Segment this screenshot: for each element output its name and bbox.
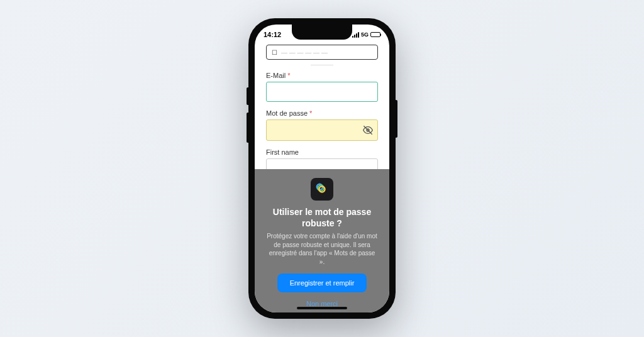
sso-icon: ☐ [272, 49, 277, 56]
sheet-description: Protégez votre compte à l'aide d'un mot … [266, 232, 378, 266]
key-icon [315, 182, 329, 196]
email-field[interactable] [266, 82, 378, 102]
password-field[interactable] [266, 119, 378, 141]
battery-icon [370, 32, 380, 37]
password-prompt-sheet: Utiliser le mot de passe robuste ? Proté… [255, 169, 389, 312]
signal-icon [352, 32, 359, 38]
firstname-label: First name [266, 148, 378, 156]
form-content: ☐ — — — — — — E-Mail * Mot de passe * [255, 42, 389, 186]
phone-frame: 14:12 5G ☐ — — — — — — E-Mail * Mot de p… [248, 18, 396, 319]
home-indicator[interactable] [297, 307, 347, 309]
side-button [396, 100, 397, 138]
save-and-fill-button[interactable]: Enregistrer et remplir [277, 273, 367, 292]
screen: 14:12 5G ☐ — — — — — — E-Mail * Mot de p… [255, 25, 389, 312]
required-mark: * [309, 109, 312, 117]
status-time: 14:12 [264, 31, 281, 38]
divider [311, 65, 333, 65]
status-right: 5G [352, 31, 380, 38]
sheet-title: Utiliser le mot de passe robuste ? [266, 207, 378, 229]
network-label: 5G [361, 31, 369, 38]
eye-off-icon[interactable] [363, 125, 373, 135]
sso-label: — — — — — — [281, 49, 328, 56]
password-label-text: Mot de passe [266, 109, 308, 117]
password-field-wrap [266, 119, 378, 141]
email-label: E-Mail * [266, 72, 378, 79]
email-label-text: E-Mail [266, 72, 286, 79]
password-label: Mot de passe * [266, 109, 378, 117]
notch [292, 25, 352, 40]
required-mark: * [287, 72, 290, 79]
sso-button[interactable]: ☐ — — — — — — [266, 45, 378, 60]
passwords-app-icon [311, 178, 333, 201]
